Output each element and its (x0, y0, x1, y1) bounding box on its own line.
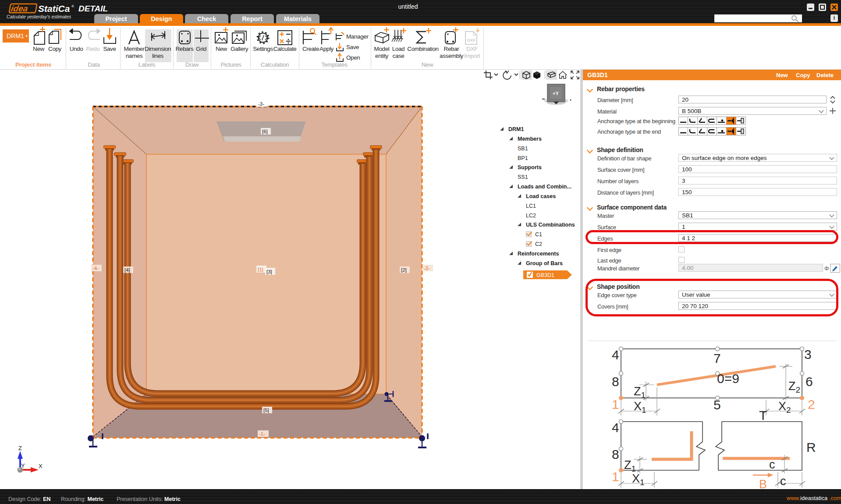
svg-text:-3-: -3- (258, 101, 264, 106)
svg-text:1: 1 (612, 397, 619, 412)
svg-text:6: 6 (806, 374, 813, 389)
svg-text:c: c (780, 475, 786, 488)
svg-text:2: 2 (808, 397, 815, 412)
svg-text:Z: Z (18, 445, 22, 451)
svg-text:5: 5 (713, 398, 721, 412)
svg-text:X1: X1 (632, 472, 645, 487)
svg-text:Y: Y (21, 462, 25, 469)
svg-text:GB3D1: GB3D1 (536, 272, 554, 278)
svg-text:-1-: -1- (259, 431, 265, 437)
svg-text:Z1: Z1 (634, 385, 646, 400)
svg-text:7: 7 (713, 351, 721, 366)
svg-text:8: 8 (612, 374, 619, 389)
svg-text:1: 1 (612, 469, 619, 484)
svg-text:X: X (39, 463, 43, 469)
svg-text:Calculate yesterday's estimate: Calculate yesterday's estimates (7, 14, 71, 19)
svg-text:[3]: [3] (266, 269, 272, 274)
svg-text:3: 3 (804, 347, 812, 362)
svg-text:Z2: Z2 (788, 380, 800, 394)
svg-text:8: 8 (612, 447, 619, 461)
svg-text:R: R (806, 440, 816, 454)
svg-text:4: 4 (612, 420, 619, 435)
svg-text:X2: X2 (778, 400, 791, 415)
svg-text:X1: X1 (634, 400, 646, 415)
svg-text:+Y: +Y (553, 91, 559, 96)
svg-text:[4]: [4] (124, 267, 130, 273)
svg-text:[5]: [5] (263, 408, 269, 413)
svg-text:[1]: [1] (258, 267, 263, 272)
svg-text:4: 4 (612, 348, 619, 362)
svg-text:DXF: DXF (467, 38, 476, 43)
svg-text:-4-: -4- (92, 266, 99, 271)
svg-text:-2-: -2- (424, 266, 430, 271)
svg-text:[2]: [2] (401, 267, 407, 273)
svg-text:0=9: 0=9 (717, 371, 739, 386)
svg-text:[6]: [6] (262, 129, 268, 134)
svg-text:c: c (769, 458, 775, 471)
svg-text:T: T (759, 408, 767, 422)
svg-text:Z1: Z1 (624, 458, 636, 473)
